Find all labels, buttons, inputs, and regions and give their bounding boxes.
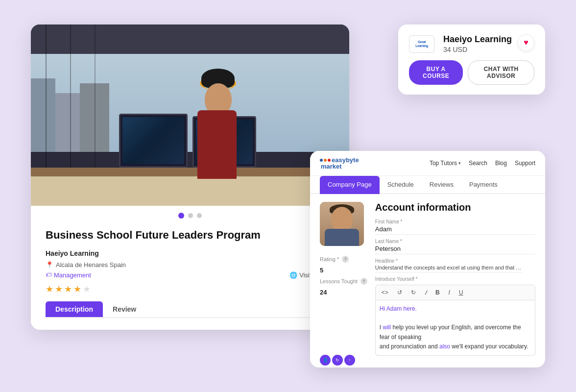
nav-top-tutors-label: Top Tutors xyxy=(430,160,457,167)
course-tabs: Description Review xyxy=(46,301,335,318)
provider-logo: Great Learning xyxy=(409,35,434,53)
price-header: Great Learning Haeiyo Learning 34 USD ♥ xyxy=(409,34,534,53)
rating-info-icon[interactable]: ? xyxy=(342,256,349,263)
market-card: easybyte market Top Tutors ▾ Search Blog… xyxy=(310,151,545,368)
course-hero-image xyxy=(31,24,349,206)
toolbar-redo[interactable]: ↻ xyxy=(409,288,418,297)
star-3: ★ xyxy=(64,284,72,294)
editor-hi-adam: Hi Adam here. xyxy=(380,305,417,312)
nav-search[interactable]: Search xyxy=(469,160,487,167)
nav-search-label: Search xyxy=(469,160,487,167)
course-detail-card: Business School Future Leaders Program H… xyxy=(31,24,349,330)
tutor-stats: Rating * ? 5 Lessons Tought ? 24 xyxy=(320,256,367,296)
nav-support-label: Support xyxy=(515,160,535,167)
nav-support[interactable]: Support xyxy=(515,160,535,167)
nav-top-tutors[interactable]: Top Tutors ▾ xyxy=(430,160,461,167)
last-name-field: Last Name * Peterson xyxy=(375,239,535,254)
logo-dot-orange xyxy=(324,159,327,162)
star-2: ★ xyxy=(55,284,63,294)
lessons-row: Lessons Tought ? xyxy=(320,278,367,285)
main-scene: Business School Future Leaders Program H… xyxy=(31,24,545,368)
person-figure xyxy=(183,71,261,179)
rating-value: 5 xyxy=(320,267,367,274)
lessons-value: 24 xyxy=(320,289,367,296)
logo-dot-blue xyxy=(320,159,323,162)
introduce-label: Introduce Yourself * xyxy=(375,276,535,282)
chat-advisor-button[interactable]: CHAT WITH ADVISOR xyxy=(468,60,534,85)
editor-content[interactable]: Hi Adam here. I will help you level up y… xyxy=(375,300,535,356)
price-amount: 34 USD xyxy=(443,46,512,53)
headline-value[interactable]: Understand the concepts and excel at usi… xyxy=(375,265,522,272)
person-body xyxy=(197,110,237,179)
tutor-icon-refresh[interactable]: ↻ xyxy=(332,355,343,366)
toolbar-underline[interactable]: U xyxy=(457,288,465,297)
tab-review[interactable]: Review xyxy=(103,301,146,317)
headline-field: Headline * Understand the concepts and e… xyxy=(375,258,535,272)
tab-schedule[interactable]: Schedule xyxy=(380,176,422,194)
buy-course-button[interactable]: BUY A COURSE xyxy=(409,60,463,85)
carousel-dots xyxy=(31,206,349,223)
toolbar-italic[interactable]: I xyxy=(447,288,452,297)
building-1 xyxy=(31,78,55,152)
tutor-icon-upload[interactable]: ↑ xyxy=(344,355,355,366)
dot-1[interactable] xyxy=(178,213,184,219)
toolbar-bold[interactable]: B xyxy=(433,288,442,297)
tab-payments[interactable]: Payments xyxy=(461,176,505,194)
course-content: Business School Future Leaders Program H… xyxy=(31,223,349,330)
location-icon: 📍 xyxy=(46,261,53,269)
category-row: 🏷 Management 🌐 Visit Webs... xyxy=(46,271,335,279)
rating-row: Rating * ? xyxy=(320,256,367,263)
market-navbar: easybyte market Top Tutors ▾ Search Blog… xyxy=(310,151,545,176)
market-body: 👤 ↻ ↑ Rating * ? 5 Lessons Tought ? xyxy=(310,194,545,368)
location-text: Alcala de Henares Spain xyxy=(56,261,126,269)
tutor-photo-container: 👤 ↻ ↑ Rating * ? 5 Lessons Tought ? xyxy=(320,202,367,360)
last-name-value[interactable]: Peterson xyxy=(375,245,535,254)
category-icon: 🏷 xyxy=(46,271,51,278)
market-tabs: Company Page Schedule Reviews Payments xyxy=(310,176,545,194)
rating-label: Rating * xyxy=(320,256,339,262)
first-name-field: First Name * Adam xyxy=(375,219,535,235)
action-buttons: BUY A COURSE CHAT WITH ADVISOR xyxy=(409,60,534,85)
headline-label: Headline * xyxy=(375,258,535,264)
dot-3[interactable] xyxy=(197,213,202,218)
tutor-photo xyxy=(320,202,364,246)
tutor-shirt xyxy=(325,229,359,246)
favorite-button[interactable]: ♥ xyxy=(518,34,534,51)
tutor-icon-person[interactable]: 👤 xyxy=(320,355,331,366)
account-title: Account information xyxy=(375,202,535,213)
nav-blog[interactable]: Blog xyxy=(495,160,507,167)
tab-company-page[interactable]: Company Page xyxy=(320,176,380,194)
star-4: ★ xyxy=(73,284,81,294)
editor-toolbar: <> ↺ ↻ 𝐼 B I U xyxy=(375,285,535,300)
first-name-label: First Name * xyxy=(375,219,535,224)
toolbar-italic-script[interactable]: 𝐼 xyxy=(423,288,429,297)
globe-icon: 🌐 xyxy=(289,271,297,279)
nav-links: Top Tutors ▾ Search Blog Support xyxy=(430,160,535,167)
lessons-label: Lessons Tought xyxy=(320,278,358,284)
market-logo: easybyte market xyxy=(320,157,359,170)
heart-icon: ♥ xyxy=(524,38,528,47)
dot-2[interactable] xyxy=(188,213,193,218)
location-row: 📍 Alcala de Henares Spain xyxy=(46,261,335,269)
lessons-section: Lessons Tought ? 24 xyxy=(320,278,367,296)
monitor-1 xyxy=(119,114,188,168)
tab-reviews[interactable]: Reviews xyxy=(422,176,461,194)
toolbar-code[interactable]: <> xyxy=(380,288,390,297)
lessons-info-icon[interactable]: ? xyxy=(360,278,367,285)
stars-row: ★ ★ ★ ★ ★ xyxy=(46,284,335,294)
category-label: Management xyxy=(54,271,91,279)
floor xyxy=(31,176,349,206)
introduce-field: Introduce Yourself * <> ↺ ↻ 𝐼 B I U Hi A… xyxy=(375,276,535,356)
toolbar-undo[interactable]: ↺ xyxy=(395,288,404,297)
logo-dots xyxy=(320,159,331,162)
tab-description[interactable]: Description xyxy=(46,301,103,317)
editor-body-text: I will help you level up your English, a… xyxy=(380,324,528,349)
tutor-face xyxy=(331,207,353,231)
account-info: Account information First Name * Adam La… xyxy=(375,202,535,360)
first-name-value[interactable]: Adam xyxy=(375,225,535,235)
window-top-bar xyxy=(31,24,349,54)
logo-dot-red xyxy=(328,159,331,162)
price-title-block: Haeiyo Learning 34 USD xyxy=(443,34,512,53)
logo-bottom-text: market xyxy=(321,163,359,170)
star-1: ★ xyxy=(46,284,53,294)
